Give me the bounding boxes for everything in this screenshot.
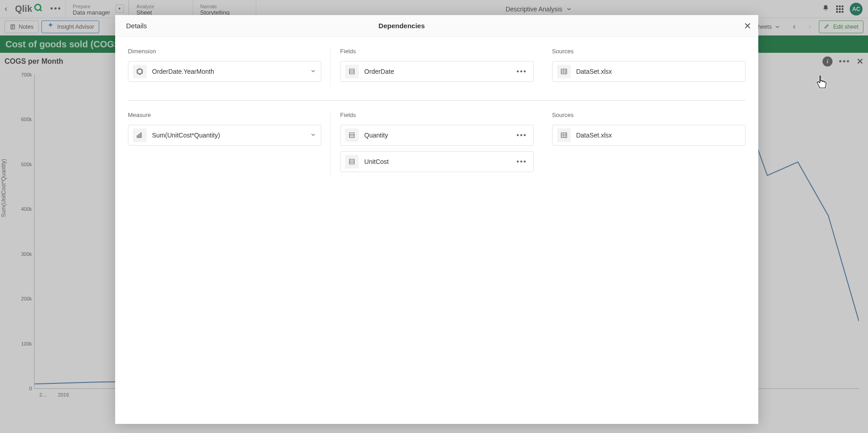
source-item[interactable]: DataSet.xlsx — [552, 125, 746, 146]
measure-item[interactable]: Sum(UnitCost*Quantity) — [128, 125, 321, 146]
modal-tab-dependencies[interactable]: Dependencies — [67, 15, 736, 37]
field-item[interactable]: Quantity ••• — [340, 125, 533, 146]
dimension-sources-column: Sources DataSet.xlsx — [543, 48, 746, 87]
dependency-row-measure: Measure Sum(UnitCost*Quantity) Fields — [128, 112, 746, 188]
field-icon — [345, 155, 359, 168]
sources-heading: Sources — [552, 112, 746, 118]
modal-close-button[interactable]: ✕ — [736, 15, 758, 37]
close-icon: ✕ — [744, 20, 751, 31]
source-label: DataSet.xlsx — [576, 68, 741, 75]
svg-rect-6 — [350, 69, 355, 74]
field-label: Quantity — [364, 132, 509, 139]
svg-rect-10 — [561, 133, 567, 138]
dimension-column: Dimension OrderDate.YearMonth — [128, 48, 331, 87]
cube-icon — [133, 65, 147, 78]
chevron-down-icon[interactable] — [310, 68, 316, 76]
measure-fields-column: Fields Quantity ••• UnitCost ••• — [331, 112, 543, 178]
field-item[interactable]: UnitCost ••• — [340, 151, 533, 172]
field-label: OrderDate — [364, 68, 509, 75]
measure-heading: Measure — [128, 112, 321, 118]
table-icon — [557, 128, 571, 142]
field-more-button[interactable]: ••• — [515, 67, 529, 76]
field-more-button[interactable]: ••• — [515, 131, 529, 139]
divider — [128, 100, 746, 101]
dependencies-label: Dependencies — [379, 22, 425, 30]
sources-heading: Sources — [552, 48, 746, 55]
measure-icon — [133, 128, 147, 142]
fields-heading: Fields — [340, 112, 533, 118]
dimension-fields-column: Fields OrderDate ••• — [331, 48, 543, 87]
svg-rect-9 — [350, 159, 355, 164]
dimension-item[interactable]: OrderDate.YearMonth — [128, 61, 321, 82]
field-icon — [345, 128, 359, 142]
source-item[interactable]: DataSet.xlsx — [552, 61, 746, 82]
source-label: DataSet.xlsx — [576, 132, 741, 139]
measure-column: Measure Sum(UnitCost*Quantity) — [128, 112, 331, 178]
dimension-heading: Dimension — [128, 48, 321, 55]
measure-label: Sum(UnitCost*Quantity) — [152, 132, 305, 139]
svg-rect-7 — [561, 69, 567, 74]
field-item[interactable]: OrderDate ••• — [340, 61, 533, 82]
field-icon — [345, 65, 359, 78]
table-icon — [557, 65, 571, 78]
dimension-label: OrderDate.YearMonth — [152, 68, 305, 75]
dependencies-modal: Details Dependencies ✕ Dimension OrderDa… — [115, 15, 758, 424]
measure-sources-column: Sources DataSet.xlsx — [543, 112, 746, 178]
svg-rect-8 — [350, 133, 355, 138]
field-more-button[interactable]: ••• — [515, 158, 529, 166]
field-label: UnitCost — [364, 158, 509, 165]
fields-heading: Fields — [340, 48, 533, 55]
chevron-down-icon[interactable] — [310, 132, 316, 139]
modal-header: Details Dependencies ✕ — [115, 15, 758, 37]
dependency-row-dimension: Dimension OrderDate.YearMonth Fields — [128, 48, 746, 98]
modal-body: Dimension OrderDate.YearMonth Fields — [115, 37, 758, 424]
